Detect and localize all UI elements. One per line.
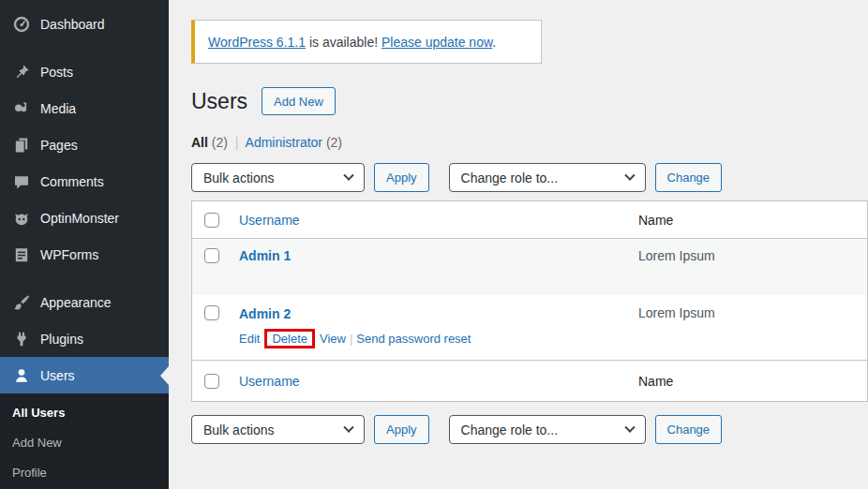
chevron-down-icon <box>343 422 353 432</box>
sidebar-item-plugins[interactable]: Plugins <box>0 320 169 357</box>
sidebar-item-appearance[interactable]: Appearance <box>0 284 169 320</box>
view-link[interactable]: View <box>320 332 346 346</box>
page-title: Users <box>191 89 247 114</box>
pushpin-icon <box>12 63 31 82</box>
table-footer-row: Username Name <box>192 360 867 401</box>
form-icon <box>12 245 31 264</box>
select-all-checkbox[interactable] <box>204 374 219 389</box>
current-menu-arrow <box>160 366 169 385</box>
sidebar-item-dashboard[interactable]: Dashboard <box>0 6 169 42</box>
users-table: Username Name Admin 1 Lorem Ipsum Admin … <box>191 200 868 402</box>
brush-icon <box>12 293 31 312</box>
change-button[interactable]: Change <box>655 163 723 192</box>
apply-button[interactable]: Apply <box>374 415 429 444</box>
column-header-name: Name <box>638 213 867 228</box>
username-link[interactable]: Admin 2 <box>239 306 291 321</box>
users-submenu: All Users Add New Profile <box>0 393 169 489</box>
column-footer-name: Name <box>638 374 867 389</box>
sidebar-item-users[interactable]: Users <box>0 357 169 393</box>
column-header-username[interactable]: Username <box>239 213 638 228</box>
sidebar-item-label: Appearance <box>40 295 112 310</box>
edit-link[interactable]: Edit <box>239 332 260 346</box>
table-row-admin2: Admin 2 Edit Delete View | Send password… <box>192 295 867 360</box>
wordpress-version-link[interactable]: WordPress 6.1.1 <box>208 35 306 50</box>
main-content: WordPress 6.1.1 is available! Please upd… <box>191 0 868 489</box>
sidebar-item-media[interactable]: Media <box>0 90 169 126</box>
sidebar-item-label: OptinMonster <box>40 211 119 226</box>
select-row-checkbox[interactable] <box>204 248 219 263</box>
select-all-checkbox[interactable] <box>204 213 219 228</box>
comment-icon <box>12 172 31 191</box>
sidebar-item-label: Comments <box>40 174 104 189</box>
table-row-admin1: Admin 1 Lorem Ipsum <box>192 239 867 295</box>
chevron-down-icon <box>624 422 635 432</box>
name-cell: Lorem Ipsum <box>638 305 867 320</box>
sidebar-item-label: Plugins <box>40 332 83 347</box>
sidebar-item-label: WPForms <box>40 247 98 262</box>
sidebar-item-label: Pages <box>40 138 78 153</box>
column-footer-username[interactable]: Username <box>239 374 638 389</box>
sidebar-item-label: Media <box>40 101 76 116</box>
name-cell: Lorem Ipsum <box>638 248 867 263</box>
table-header-row: Username Name <box>192 201 867 239</box>
bulk-controls-top: Bulk actions Apply Change role to... Cha… <box>191 163 868 192</box>
delete-annotation-box: Delete <box>264 329 315 348</box>
users-icon <box>12 366 31 385</box>
change-role-select[interactable]: Change role to... <box>449 163 646 192</box>
dashboard-icon <box>12 15 31 34</box>
change-button[interactable]: Change <box>655 415 723 444</box>
bulk-controls-bottom: Bulk actions Apply Change role to... Cha… <box>191 415 868 444</box>
pages-icon <box>12 136 31 155</box>
user-role-filters: All (2) | Administrator (2) <box>191 135 868 151</box>
sidebar-item-pages[interactable]: Pages <box>0 126 169 163</box>
send-password-reset-link[interactable]: Send password reset <box>356 332 471 346</box>
add-new-button[interactable]: Add New <box>262 87 336 115</box>
row-actions: Edit Delete View | Send password reset <box>239 329 638 348</box>
change-role-select[interactable]: Change role to... <box>449 415 646 444</box>
submenu-item-profile[interactable]: Profile <box>0 457 169 487</box>
sidebar-item-posts[interactable]: Posts <box>0 53 169 90</box>
delete-link[interactable]: Delete <box>272 332 307 346</box>
admin-sidebar: Dashboard Posts Media Pages Comments Opt… <box>0 0 169 489</box>
sidebar-item-label: Users <box>40 368 75 383</box>
chevron-down-icon <box>624 170 635 180</box>
monster-icon <box>12 209 31 228</box>
sidebar-item-label: Dashboard <box>40 17 105 32</box>
username-cell: Admin 2 Edit Delete View | Send password… <box>239 305 638 348</box>
update-now-link[interactable]: Please update now <box>382 35 492 50</box>
media-icon <box>12 99 31 118</box>
apply-button[interactable]: Apply <box>374 163 429 192</box>
submenu-item-all-users[interactable]: All Users <box>0 397 169 427</box>
submenu-item-add-new[interactable]: Add New <box>0 427 169 457</box>
sidebar-item-wpforms[interactable]: WPForms <box>0 236 169 273</box>
update-notice: WordPress 6.1.1 is available! Please upd… <box>191 20 542 64</box>
update-notice-text: WordPress 6.1.1 is available! Please upd… <box>208 35 496 50</box>
sidebar-item-optinmonster[interactable]: OptinMonster <box>0 200 169 236</box>
filter-administrator[interactable]: Administrator <box>246 135 322 150</box>
bulk-actions-select[interactable]: Bulk actions <box>191 163 365 192</box>
filter-all[interactable]: All <box>191 135 208 150</box>
select-row-checkbox[interactable] <box>204 305 219 320</box>
username-link[interactable]: Admin 1 <box>239 248 638 263</box>
page-header: Users Add New <box>191 87 868 115</box>
sidebar-item-label: Posts <box>40 65 73 80</box>
chevron-down-icon <box>343 170 353 180</box>
sidebar-item-comments[interactable]: Comments <box>0 163 169 200</box>
plug-icon <box>12 330 31 348</box>
bulk-actions-select[interactable]: Bulk actions <box>191 415 365 444</box>
